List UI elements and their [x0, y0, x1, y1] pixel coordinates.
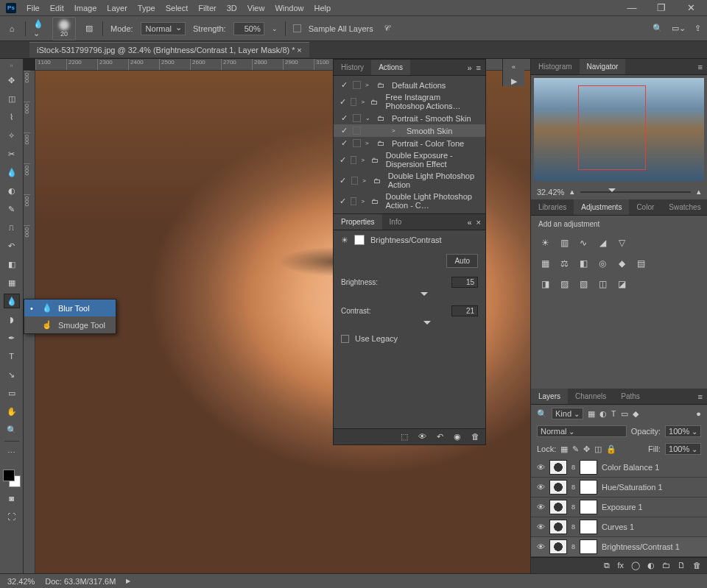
- panel-menu-icon[interactable]: ≡: [698, 63, 703, 71]
- eraser-tool[interactable]: ◧: [4, 257, 20, 272]
- window-minimize[interactable]: —: [622, 2, 642, 13]
- window-close[interactable]: ✕: [680, 2, 701, 13]
- tab-history[interactable]: History: [334, 60, 371, 75]
- color-swatches[interactable]: [3, 470, 21, 487]
- status-zoom[interactable]: 32.42%: [7, 577, 35, 586]
- layer-row[interactable]: 👁8Brightness/Contrast 1: [531, 537, 707, 557]
- sample-all-checkbox[interactable]: [293, 24, 301, 32]
- selective-icon[interactable]: ◪: [615, 278, 628, 290]
- new-group-icon[interactable]: 🗀: [662, 561, 670, 570]
- action-row[interactable]: ✓⌄🗀Portrait - Smooth Skin: [334, 112, 485, 124]
- use-legacy-checkbox[interactable]: [341, 335, 349, 343]
- layer-row[interactable]: 👁8Color Balance 1: [531, 458, 707, 478]
- action-row[interactable]: ✓>🗀Portrait - Color Tone: [334, 137, 485, 149]
- menu-filter[interactable]: Filter: [198, 4, 216, 13]
- move-tool[interactable]: ✥: [4, 73, 20, 88]
- filter-adj-icon[interactable]: ◐: [599, 409, 607, 419]
- search-icon[interactable]: 🔍: [653, 24, 663, 33]
- menu-3d[interactable]: 3D: [227, 4, 237, 13]
- action-row[interactable]: ✓>🗀Double Light Photoshop Action - C…: [334, 191, 485, 211]
- zoom-out-icon[interactable]: ▴: [570, 187, 574, 196]
- levels-icon[interactable]: ▥: [557, 237, 571, 249]
- channel-mixer-icon[interactable]: ◆: [615, 258, 628, 269]
- flyout-blur-tool[interactable]: •💧 Blur Tool: [24, 300, 116, 316]
- blur-tool[interactable]: 💧: [4, 294, 20, 308]
- filter-smart-icon[interactable]: ◆: [633, 409, 639, 419]
- visibility-icon[interactable]: 👁: [537, 503, 545, 511]
- lasso-tool[interactable]: ⌇: [4, 110, 20, 124]
- action-row[interactable]: ✓>🗀Double Light Photoshop Action: [334, 170, 485, 191]
- layer-row[interactable]: 👁8Curves 1: [531, 517, 707, 537]
- visibility-icon[interactable]: ◉: [454, 432, 461, 442]
- tablet-pressure-icon[interactable]: ▨: [83, 23, 95, 35]
- layer-name[interactable]: Brightness/Contrast 1: [602, 542, 680, 551]
- lookup-icon[interactable]: ▤: [634, 258, 647, 269]
- zoom-in-icon[interactable]: ▴: [697, 187, 701, 196]
- layer-name[interactable]: Color Balance 1: [602, 463, 659, 472]
- navigator-thumbnail[interactable]: [534, 78, 704, 181]
- share-icon[interactable]: ⇪: [694, 24, 701, 33]
- clone-stamp-tool[interactable]: ⎍: [4, 220, 20, 235]
- tab-properties[interactable]: Properties: [334, 214, 382, 230]
- window-restore[interactable]: ❐: [651, 2, 672, 13]
- marquee-tool[interactable]: ◫: [4, 91, 20, 106]
- tab-navigator[interactable]: Navigator: [580, 59, 626, 74]
- workspace-icon[interactable]: ▭⌄: [672, 24, 686, 33]
- airbrush-icon[interactable]: 𝒞: [381, 23, 393, 35]
- visibility-icon[interactable]: 👁: [537, 463, 545, 472]
- hue-icon[interactable]: ▦: [538, 258, 552, 269]
- exposure-icon[interactable]: ◢: [596, 237, 609, 249]
- menu-select[interactable]: Select: [166, 4, 189, 13]
- layer-row[interactable]: 👁8Hue/Saturation 1: [531, 478, 707, 497]
- screen-mode-icon[interactable]: ⛶: [4, 509, 20, 524]
- menu-view[interactable]: View: [247, 4, 265, 13]
- curves-icon[interactable]: ∿: [577, 237, 590, 249]
- action-row[interactable]: ✓>🗀Default Actions: [334, 79, 485, 91]
- layer-name[interactable]: Curves 1: [602, 523, 634, 531]
- opacity-input[interactable]: 100% ⌄: [665, 425, 701, 437]
- layer-name[interactable]: Hue/Saturation 1: [602, 483, 663, 492]
- reset-icon[interactable]: ↶: [437, 432, 443, 442]
- document-tab[interactable]: iStock-531799796.jpg @ 32.4% (Brightness…: [29, 42, 309, 57]
- strength-input[interactable]: 50%: [233, 22, 264, 35]
- link-layers-icon[interactable]: ⧉: [604, 561, 610, 570]
- brightness-icon[interactable]: ☀: [538, 237, 552, 249]
- menu-type[interactable]: Type: [138, 4, 155, 13]
- auto-button[interactable]: Auto: [446, 254, 478, 268]
- tab-paths[interactable]: Paths: [613, 389, 647, 404]
- panel-menu-icon[interactable]: ≡: [476, 63, 481, 72]
- zoom-value[interactable]: 32.42%: [537, 188, 564, 196]
- action-row[interactable]: ✓>🗀Double Exposure - Dispersion Effect: [334, 149, 485, 170]
- menu-image[interactable]: Image: [74, 4, 97, 13]
- filter-pixel-icon[interactable]: ▦: [588, 409, 595, 419]
- tab-adjustments[interactable]: Adjustments: [574, 199, 629, 215]
- pen-tool[interactable]: ✒: [4, 330, 20, 345]
- menu-layer[interactable]: Layer: [107, 4, 127, 13]
- dodge-tool[interactable]: ◗: [4, 312, 20, 327]
- trash-icon[interactable]: 🗑: [693, 561, 701, 570]
- collapse-icon[interactable]: «: [467, 218, 471, 227]
- visibility-icon[interactable]: 👁: [537, 542, 545, 551]
- home-icon[interactable]: ⌂: [6, 23, 18, 35]
- tab-swatches[interactable]: Swatches: [661, 199, 707, 215]
- menu-window[interactable]: Window: [275, 4, 303, 13]
- contrast-input[interactable]: 21: [451, 305, 478, 316]
- blend-mode-select[interactable]: Normal ⌄: [537, 425, 627, 437]
- filter-kind-icon[interactable]: 🔍: [537, 409, 547, 419]
- navigator-view-box[interactable]: [578, 85, 646, 170]
- panel-menu-icon[interactable]: ≡: [698, 392, 703, 401]
- gradient-map-icon[interactable]: ◫: [596, 278, 609, 290]
- collapse-icon[interactable]: »: [467, 63, 471, 72]
- tab-channels[interactable]: Channels: [568, 389, 613, 404]
- brush-preset-picker[interactable]: 20: [52, 17, 76, 40]
- crop-tool[interactable]: ✂: [4, 146, 20, 161]
- play-icon[interactable]: ▶: [511, 77, 517, 86]
- history-brush-tool[interactable]: ↶: [4, 238, 20, 253]
- action-row[interactable]: ✓>Smooth Skin: [334, 124, 485, 137]
- menu-edit[interactable]: Edit: [50, 4, 64, 13]
- clip-icon[interactable]: ⬚: [401, 432, 408, 442]
- posterize-icon[interactable]: ▨: [557, 278, 571, 290]
- layer-mask-icon[interactable]: ◯: [631, 561, 640, 570]
- filter-toggle[interactable]: ●: [696, 409, 701, 418]
- zoom-slider[interactable]: [580, 191, 691, 193]
